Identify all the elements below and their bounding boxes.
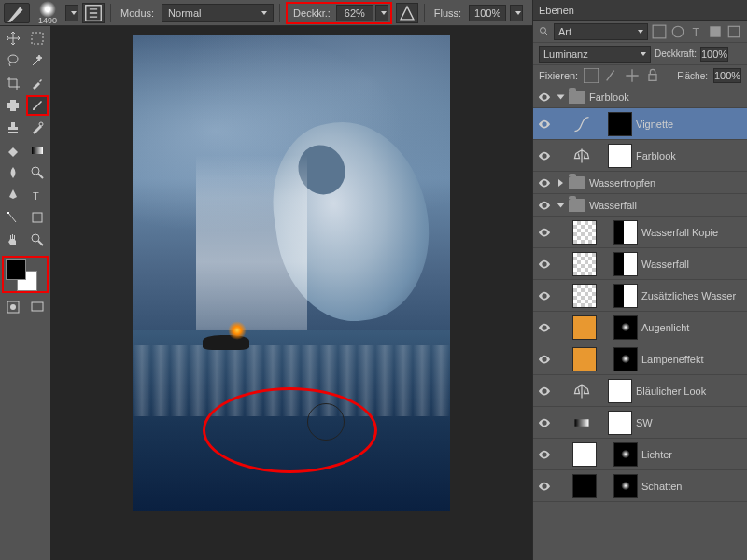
- hand-tool[interactable]: [2, 230, 24, 250]
- layer-blend-dropdown[interactable]: Luminanz: [539, 46, 651, 63]
- layer-mask[interactable]: [608, 411, 632, 435]
- visibility-toggle[interactable]: [537, 447, 552, 462]
- layer-name[interactable]: Vignette: [636, 119, 743, 130]
- layer-mask[interactable]: [608, 112, 632, 136]
- layer-thumbnail[interactable]: [572, 347, 597, 371]
- move-tool[interactable]: [2, 28, 24, 49]
- layer-name[interactable]: Lichter: [641, 449, 743, 460]
- visibility-toggle[interactable]: [537, 225, 552, 240]
- layer-mask[interactable]: [613, 442, 638, 467]
- flow-slider-arrow[interactable]: [510, 5, 523, 21]
- layer-row[interactable]: Wassertropfen: [533, 172, 747, 194]
- document-canvas[interactable]: [133, 35, 450, 511]
- lock-position-icon[interactable]: [625, 68, 640, 83]
- screen-mode-button[interactable]: [26, 297, 49, 317]
- layer-name[interactable]: Zusätzliches Wasser: [641, 290, 743, 301]
- brush-dropdown-arrow[interactable]: [65, 5, 78, 21]
- quick-mask-button[interactable]: [2, 297, 24, 317]
- layer-name[interactable]: Lampeneffekt: [641, 354, 743, 365]
- shape-tool[interactable]: [26, 207, 49, 228]
- layer-row[interactable]: Vignette: [533, 108, 747, 140]
- layer-row[interactable]: Lichter: [533, 439, 747, 470]
- blur-tool[interactable]: [2, 162, 24, 183]
- opacity-slider-arrow[interactable]: [375, 5, 388, 21]
- visibility-toggle[interactable]: [537, 479, 552, 494]
- visibility-toggle[interactable]: [537, 148, 552, 163]
- layer-name[interactable]: Bläulicher Look: [636, 385, 743, 397]
- lock-pixels-icon[interactable]: [604, 68, 619, 83]
- disclosure-arrow[interactable]: [556, 92, 565, 102]
- visibility-toggle[interactable]: [537, 90, 552, 105]
- filter-adjust-icon[interactable]: [670, 24, 685, 39]
- history-brush-tool[interactable]: [26, 118, 49, 138]
- layer-name[interactable]: Schatten: [641, 481, 743, 492]
- layer-mask[interactable]: [613, 252, 638, 276]
- type-tool[interactable]: T: [26, 185, 49, 205]
- layer-name[interactable]: SW: [636, 417, 743, 428]
- visibility-toggle[interactable]: [537, 198, 552, 213]
- pen-tool[interactable]: [2, 185, 24, 205]
- layer-name[interactable]: Wasserfall Kopie: [641, 227, 743, 238]
- layer-name[interactable]: Wasserfall: [641, 259, 743, 270]
- layer-thumbnail[interactable]: [572, 315, 597, 340]
- dodge-tool[interactable]: [26, 162, 49, 183]
- layer-thumbnail[interactable]: [572, 252, 597, 276]
- visibility-toggle[interactable]: [537, 352, 552, 367]
- layer-name[interactable]: Farblook: [636, 150, 743, 161]
- lock-transparent-icon[interactable]: [584, 68, 599, 83]
- filter-smart-icon[interactable]: [726, 24, 741, 39]
- layer-mask[interactable]: [613, 284, 638, 308]
- layer-row[interactable]: Lampeneffekt: [533, 343, 747, 375]
- layer-row[interactable]: Wasserfall: [533, 248, 747, 280]
- layer-row[interactable]: Zusätzliches Wasser: [533, 280, 747, 312]
- stamp-tool[interactable]: [2, 118, 24, 138]
- layer-row[interactable]: Wasserfall Kopie: [533, 217, 747, 248]
- pressure-opacity-button[interactable]: [396, 3, 418, 23]
- disclosure-arrow[interactable]: [556, 178, 565, 188]
- visibility-toggle[interactable]: [537, 415, 552, 430]
- tool-preset-button[interactable]: [4, 3, 30, 23]
- wand-tool[interactable]: [26, 50, 49, 71]
- layer-thumbnail[interactable]: [572, 220, 597, 245]
- eyedropper-tool[interactable]: [26, 73, 49, 93]
- layer-row[interactable]: SW: [533, 407, 747, 439]
- brush-panel-button[interactable]: [82, 3, 105, 23]
- visibility-toggle[interactable]: [537, 384, 552, 399]
- visibility-toggle[interactable]: [537, 117, 552, 132]
- layers-tab[interactable]: Ebenen: [539, 5, 574, 16]
- lock-all-icon[interactable]: [645, 68, 660, 83]
- layer-row[interactable]: Augenlicht: [533, 312, 747, 343]
- path-tool[interactable]: [2, 207, 24, 228]
- eraser-tool[interactable]: [2, 140, 24, 161]
- layer-name[interactable]: Farblook: [589, 91, 743, 103]
- marquee-tool[interactable]: [26, 28, 49, 49]
- layer-name[interactable]: Wasserfall: [589, 200, 743, 211]
- gradient-tool[interactable]: [26, 140, 49, 161]
- zoom-tool[interactable]: [26, 230, 49, 250]
- blend-mode-dropdown[interactable]: Normal: [162, 4, 274, 22]
- layer-mask[interactable]: [608, 379, 632, 403]
- layer-row[interactable]: Bläulicher Look: [533, 375, 747, 407]
- layer-name[interactable]: Wassertropfen: [589, 177, 743, 189]
- layer-row[interactable]: Schatten: [533, 470, 747, 502]
- layer-opacity-input[interactable]: 100%: [700, 47, 728, 62]
- visibility-toggle[interactable]: [537, 175, 552, 190]
- layer-mask[interactable]: [613, 347, 638, 371]
- flow-input[interactable]: 100%: [469, 5, 506, 21]
- layer-mask[interactable]: [613, 315, 638, 340]
- filter-pixel-icon[interactable]: [652, 24, 667, 39]
- layer-thumbnail[interactable]: [572, 284, 597, 308]
- layer-row[interactable]: Farblook: [533, 140, 747, 172]
- crop-tool[interactable]: [2, 73, 24, 93]
- layer-name[interactable]: Augenlicht: [641, 322, 743, 333]
- layer-row[interactable]: Farblook: [533, 86, 747, 108]
- layer-filter-dropdown[interactable]: Art: [554, 23, 648, 40]
- opacity-input[interactable]: 62%: [336, 5, 374, 21]
- layer-mask[interactable]: [613, 474, 638, 498]
- filter-shape-icon[interactable]: [708, 24, 723, 39]
- visibility-toggle[interactable]: [537, 288, 552, 303]
- layer-mask[interactable]: [613, 220, 638, 245]
- healing-tool[interactable]: [2, 95, 24, 116]
- filter-type-icon[interactable]: T: [689, 24, 704, 39]
- brush-tool[interactable]: [26, 95, 49, 116]
